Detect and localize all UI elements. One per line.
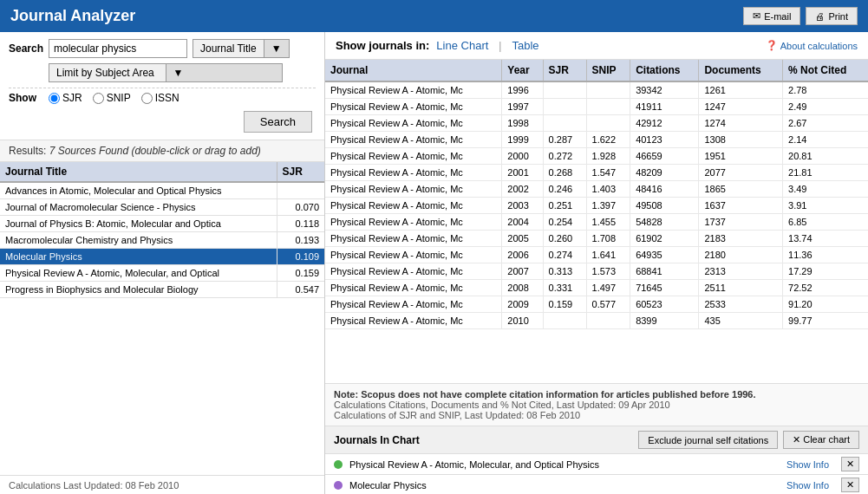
data-cell-pct_not_cited: 2.14 bbox=[783, 132, 868, 148]
data-cell-pct_not_cited: 2.67 bbox=[783, 115, 868, 132]
pipe-separator: | bbox=[499, 40, 501, 52]
remove-journal-button[interactable]: ✕ bbox=[841, 478, 859, 492]
left-panel: Search Journal Title ▼ Limit by Subject … bbox=[0, 32, 325, 494]
data-cell-sjr bbox=[543, 81, 586, 99]
journal-title-dropdown[interactable]: Journal Title ▼ bbox=[193, 39, 290, 58]
header-actions: ✉ E-mail 🖨 Print bbox=[743, 7, 858, 25]
data-cell-citations: 49508 bbox=[630, 198, 699, 214]
data-cell-journal: Physical Review A - Atomic, Mc bbox=[325, 313, 502, 329]
data-cell-pct_not_cited: 2.78 bbox=[783, 81, 868, 99]
journal-list-item[interactable]: Journal of Macromolecular Science - Phys… bbox=[0, 199, 324, 216]
radio-snip[interactable]: SNIP bbox=[93, 92, 131, 104]
data-cell-snip: 1.641 bbox=[586, 247, 630, 263]
data-cell-pct_not_cited: 21.81 bbox=[783, 165, 868, 181]
data-cell-citations: 54828 bbox=[630, 214, 699, 231]
data-cell-pct_not_cited: 99.77 bbox=[783, 313, 868, 329]
data-col-header: Citations bbox=[630, 60, 699, 81]
show-info-button[interactable]: Show Info bbox=[786, 459, 829, 470]
journal-list-item[interactable]: Advances in Atomic, Molecular and Optica… bbox=[0, 182, 324, 199]
clear-chart-button[interactable]: ✕ Clear chart bbox=[783, 431, 859, 449]
search-button[interactable]: Search bbox=[244, 111, 312, 133]
data-table-row: Physical Review A - Atomic, Mc1996393421… bbox=[325, 81, 868, 99]
data-cell-pct_not_cited: 3.49 bbox=[783, 181, 868, 198]
journal-sjr-cell: 0.547 bbox=[277, 282, 324, 298]
remove-journal-button[interactable]: ✕ bbox=[841, 457, 859, 471]
data-table-row: Physical Review A - Atomic, Mc20060.2741… bbox=[325, 247, 868, 263]
show-row: Show SJR SNIP ISSN bbox=[9, 92, 316, 104]
journal-list-item[interactable]: Macromolecular Chemistry and Physics0.19… bbox=[0, 232, 324, 249]
data-cell-snip: 1.708 bbox=[586, 231, 630, 247]
data-cell-year: 1996 bbox=[502, 81, 543, 99]
dropdown-arrow-icon[interactable]: ▼ bbox=[264, 40, 289, 57]
journal-sjr-cell: 0.070 bbox=[277, 199, 324, 216]
data-cell-year: 2006 bbox=[502, 247, 543, 263]
chart-action-btns: Exclude journal self citations ✕ Clear c… bbox=[638, 431, 859, 449]
chart-journal-name: Molecular Physics bbox=[349, 480, 780, 491]
data-cell-snip bbox=[586, 99, 630, 115]
data-cell-citations: 64935 bbox=[630, 247, 699, 263]
data-cell-journal: Physical Review A - Atomic, Mc bbox=[325, 181, 502, 198]
line-chart-link[interactable]: Line Chart bbox=[436, 39, 488, 52]
data-cell-year: 2009 bbox=[502, 296, 543, 313]
data-cell-snip: 1.547 bbox=[586, 165, 630, 181]
journal-sjr-cell: 0.109 bbox=[277, 249, 324, 265]
limit-subject-dropdown[interactable]: Limit by Subject Area ▼ bbox=[49, 63, 283, 82]
data-cell-sjr: 0.159 bbox=[543, 296, 586, 313]
data-cell-year: 1999 bbox=[502, 132, 543, 148]
data-cell-journal: Physical Review A - Atomic, Mc bbox=[325, 231, 502, 247]
data-cell-documents: 1261 bbox=[699, 81, 783, 99]
search-input[interactable] bbox=[49, 39, 187, 58]
data-cell-citations: 71645 bbox=[630, 280, 699, 296]
data-cell-citations: 42912 bbox=[630, 115, 699, 132]
data-cell-citations: 68841 bbox=[630, 263, 699, 280]
journal-list-item[interactable]: Progress in Biophysics and Molecular Bio… bbox=[0, 282, 324, 298]
data-cell-documents: 2533 bbox=[699, 296, 783, 313]
journal-list-item[interactable]: Molecular Physics0.109 bbox=[0, 249, 324, 265]
data-cell-pct_not_cited: 3.91 bbox=[783, 198, 868, 214]
journal-sjr-cell bbox=[277, 182, 324, 199]
journal-title-cell: Physical Review A - Atomic, Molecular, a… bbox=[0, 265, 277, 282]
journal-list-item[interactable]: Physical Review A - Atomic, Molecular, a… bbox=[0, 265, 324, 282]
data-cell-citations: 60523 bbox=[630, 296, 699, 313]
data-cell-sjr bbox=[543, 313, 586, 329]
journal-sjr-cell: 0.193 bbox=[277, 232, 324, 249]
email-button[interactable]: ✉ E-mail bbox=[743, 7, 800, 25]
search-row: Search Journal Title ▼ bbox=[9, 39, 316, 58]
data-table-row: Physical Review A - Atomic, Mc20040.2541… bbox=[325, 214, 868, 231]
search-btn-row: Search bbox=[9, 111, 316, 133]
data-table-row: Physical Review A - Atomic, Mc20000.2721… bbox=[325, 148, 868, 165]
chart-journal-entries: Physical Review A - Atomic, Molecular, a… bbox=[325, 453, 868, 494]
about-calculations[interactable]: ❓ About calculations bbox=[766, 40, 858, 51]
limit-dropdown-arrow-icon[interactable]: ▼ bbox=[166, 64, 283, 81]
data-table-row: Physical Review A - Atomic, Mc20080.3311… bbox=[325, 280, 868, 296]
data-cell-year: 2005 bbox=[502, 231, 543, 247]
table-link[interactable]: Table bbox=[512, 39, 538, 52]
journal-title-cell: Molecular Physics bbox=[0, 249, 277, 265]
data-col-header: Year bbox=[502, 60, 543, 81]
data-table: JournalYearSJRSNIPCitationsDocuments% No… bbox=[325, 60, 868, 329]
data-cell-documents: 2313 bbox=[699, 263, 783, 280]
print-button[interactable]: 🖨 Print bbox=[806, 7, 858, 25]
app-title: Journal Analyzer bbox=[10, 7, 135, 25]
radio-issn[interactable]: ISSN bbox=[141, 92, 179, 104]
data-cell-journal: Physical Review A - Atomic, Mc bbox=[325, 214, 502, 231]
limit-label: Limit by Subject Area bbox=[49, 64, 166, 81]
data-cell-documents: 1737 bbox=[699, 214, 783, 231]
journal-list-item[interactable]: Journal of Physics B: Atomic, Molecular … bbox=[0, 216, 324, 232]
data-col-header: % Not Cited bbox=[783, 60, 868, 81]
data-cell-sjr bbox=[543, 99, 586, 115]
data-cell-sjr: 0.254 bbox=[543, 214, 586, 231]
about-label: About calculations bbox=[780, 41, 858, 51]
show-info-button[interactable]: Show Info bbox=[786, 480, 829, 491]
data-cell-documents: 1247 bbox=[699, 99, 783, 115]
data-cell-snip: 1.928 bbox=[586, 148, 630, 165]
calc-note: Calculations Last Updated: 08 Feb 2010 bbox=[0, 475, 324, 494]
exclude-self-citations-button[interactable]: Exclude journal self citations bbox=[638, 431, 778, 449]
data-cell-sjr: 0.272 bbox=[543, 148, 586, 165]
data-table-row: Physical Review A - Atomic, Mc2010839943… bbox=[325, 313, 868, 329]
data-cell-journal: Physical Review A - Atomic, Mc bbox=[325, 81, 502, 99]
radio-sjr[interactable]: SJR bbox=[49, 92, 82, 104]
print-icon: 🖨 bbox=[815, 11, 825, 22]
data-cell-year: 2007 bbox=[502, 263, 543, 280]
data-cell-citations: 41911 bbox=[630, 99, 699, 115]
